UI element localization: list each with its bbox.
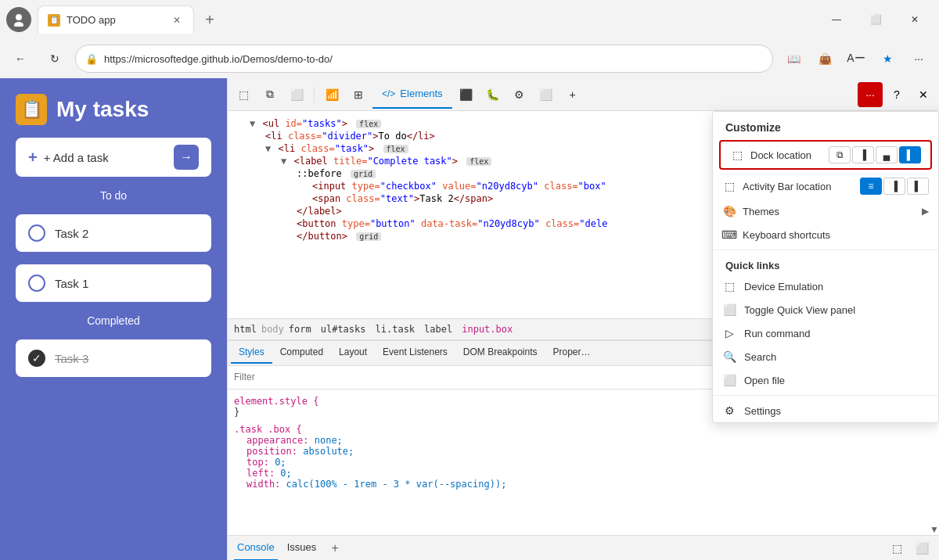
issues-tab[interactable]: Issues — [284, 536, 320, 561]
task-item-task2[interactable]: Task 2 — [16, 214, 211, 252]
bc-li-task[interactable]: li.task — [376, 324, 416, 335]
styles-tab-dom-breakpoints[interactable]: DOM Breakpoints — [455, 342, 545, 364]
run-command-label: Run command — [744, 328, 811, 339]
keyboard-shortcuts-row[interactable]: ⌨ Keyboard shortcuts — [713, 223, 938, 246]
task-name-task1: Task 1 — [55, 277, 88, 290]
activity-bar-row: ⬚ Activity Bar location ≡ ▐ ▌ — [713, 173, 938, 199]
task-checkbox-task3[interactable]: ✓ — [28, 350, 45, 367]
todo-app-icon: 📋 — [16, 94, 47, 125]
browser-menu-button[interactable]: ··· — [905, 45, 933, 73]
dock-left-btn[interactable]: ▌ — [899, 146, 921, 163]
themes-label: Themes — [743, 206, 916, 217]
dock-bottom-btn[interactable]: ▄ — [876, 146, 898, 163]
dock-undock-btn[interactable]: ⧉ — [829, 146, 851, 163]
dt-memory-icon[interactable]: ⬜ — [534, 82, 559, 107]
todo-header: 📋 My tasks — [16, 94, 211, 125]
devtools-panel: ⬚ ⧉ ⬜ 📶 ⊞ </> Elements ⬛ 🐛 ⚙ ⬜ + ··· ? ✕ — [227, 78, 939, 560]
todo-section-label: To do — [16, 189, 211, 202]
dt-sources-icon[interactable]: ⊞ — [346, 82, 371, 107]
title-bar: 📋 TODO app ✕ + — ⬜ ✕ — [0, 0, 939, 39]
activity-left-btn[interactable]: ▌ — [907, 178, 929, 195]
dt-performance-icon[interactable]: ⚙ — [507, 82, 532, 107]
minimize-button[interactable]: — — [818, 5, 854, 34]
scroll-down-icon[interactable]: ▼ — [930, 524, 939, 535]
dt-debugger-icon[interactable]: 🐛 — [480, 82, 505, 107]
css-rule-task-box: .task .box { appearance: none; position:… — [234, 424, 933, 490]
open-file-icon: ⬜ — [722, 373, 736, 387]
reader-mode-button[interactable]: Aー — [842, 45, 870, 73]
dt-network-icon[interactable]: 📶 — [319, 82, 344, 107]
activity-top-btn[interactable]: ≡ — [860, 178, 882, 195]
tab-favicon: 📋 — [48, 14, 60, 27]
task-checkbox-task2[interactable] — [28, 224, 45, 242]
new-tab-button[interactable]: + — [197, 7, 222, 32]
search-icon: 🔍 — [722, 350, 736, 364]
task-item-task1[interactable]: Task 1 — [16, 264, 211, 302]
add-task-button[interactable]: + + Add a task → — [16, 138, 211, 177]
bc-input-box[interactable]: input.box — [462, 324, 513, 335]
devtools-help-button[interactable]: ? — [884, 82, 909, 107]
collections-button[interactable]: 👜 — [811, 45, 839, 73]
favorites-button[interactable]: ★ — [873, 45, 901, 73]
customize-title: Customize — [713, 112, 938, 140]
console-action-1[interactable]: ⬚ — [886, 537, 908, 559]
dt-console-icon[interactable]: ⬛ — [454, 82, 479, 107]
device-emulation-icon: ⬚ — [722, 279, 736, 293]
device-emulation-item[interactable]: ⬚ Device Emulation — [713, 275, 938, 298]
browser-tab-todo[interactable]: 📋 TODO app ✕ — [38, 5, 194, 34]
completed-section-label: Completed — [16, 314, 211, 327]
elements-tab-label: Elements — [400, 88, 442, 99]
search-item[interactable]: 🔍 Search — [713, 345, 938, 368]
add-panel-button[interactable]: + — [326, 539, 344, 558]
activity-bar-icon: ⬚ — [722, 179, 736, 193]
address-field[interactable]: 🔒 https://microsoftedge.github.io/Demos/… — [75, 45, 773, 73]
back-button[interactable]: ← — [6, 45, 34, 73]
checkmark-icon: ✓ — [32, 352, 41, 364]
bc-html[interactable]: html — [234, 324, 257, 335]
settings-item[interactable]: ⚙ Settings — [713, 399, 938, 422]
run-command-icon: ▷ — [722, 326, 736, 340]
dt-tab-elements[interactable]: </> Elements — [372, 81, 452, 109]
styles-tab-styles[interactable]: Styles — [231, 342, 272, 364]
scroll-indicator: ▼ — [930, 524, 939, 535]
lock-icon: 🔒 — [85, 53, 98, 65]
read-aloud-button[interactable]: 📖 — [779, 45, 808, 73]
todo-app-title: My tasks — [56, 97, 149, 122]
dt-more-tools-btn[interactable]: + — [560, 82, 585, 107]
keyboard-shortcuts-label: Keyboard shortcuts — [743, 229, 929, 241]
task-checkbox-task1[interactable] — [28, 275, 45, 292]
dt-responsive-btn[interactable]: ⬜ — [284, 82, 309, 107]
bc-ul-tasks[interactable]: ul#tasks — [321, 324, 366, 335]
close-window-button[interactable]: ✕ — [897, 5, 933, 34]
styles-tab-event-listeners[interactable]: Event Listeners — [375, 342, 455, 364]
toggle-quick-view-item[interactable]: ⬜ Toggle Quick View panel — [713, 298, 938, 321]
tab-close-button[interactable]: ✕ — [170, 13, 184, 27]
bc-label[interactable]: label — [424, 324, 452, 335]
profile-icon[interactable] — [6, 7, 31, 32]
styles-tab-layout[interactable]: Layout — [331, 342, 375, 364]
devtools-more-button[interactable]: ··· — [858, 82, 883, 107]
themes-row[interactable]: 🎨 Themes ▶ — [713, 199, 938, 223]
refresh-button[interactable]: ↻ — [41, 45, 69, 73]
open-file-item[interactable]: ⬜ Open file — [713, 368, 938, 392]
console-tab[interactable]: Console — [234, 536, 278, 561]
css-selector-task-box: .task .box { — [234, 424, 933, 435]
styles-tab-computed[interactable]: Computed — [272, 342, 331, 364]
quick-links-section: Quick links — [713, 253, 938, 275]
devtools-toolbar: ⬚ ⧉ ⬜ 📶 ⊞ </> Elements ⬛ 🐛 ⚙ ⬜ + ··· ? ✕ — [228, 78, 939, 111]
devtools-close-button[interactable]: ✕ — [911, 82, 936, 107]
dock-right-btn[interactable]: ▐ — [852, 146, 874, 163]
add-icon: + — [28, 149, 38, 167]
task-item-task3[interactable]: ✓ Task 3 — [16, 339, 211, 377]
console-action-2[interactable]: ⬜ — [911, 537, 933, 559]
run-command-item[interactable]: ▷ Run command — [713, 321, 938, 345]
add-task-label: + Add a task — [44, 151, 167, 164]
bc-form[interactable]: form — [289, 324, 311, 335]
dt-copy-btn[interactable]: ⧉ — [257, 82, 282, 107]
styles-tab-properties[interactable]: Proper… — [545, 342, 599, 364]
css-prop-width: width: calc(100% - 1rem - 3 * var(--spac… — [234, 479, 933, 490]
dt-inspector-btn[interactable]: ⬚ — [231, 82, 256, 107]
activity-right-btn[interactable]: ▐ — [883, 178, 905, 195]
maximize-button[interactable]: ⬜ — [858, 5, 894, 34]
activity-icons: ≡ ▐ ▌ — [860, 178, 929, 195]
